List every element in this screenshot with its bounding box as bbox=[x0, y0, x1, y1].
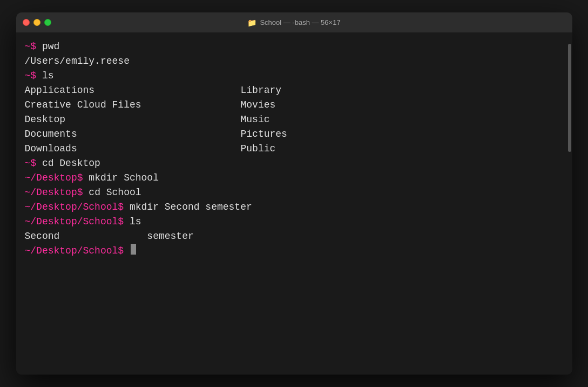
prompt-dollar: $ bbox=[118, 200, 130, 215]
line-cd-desktop: ~$ cd Desktop bbox=[25, 156, 564, 171]
line-ls-cmd: ~$ ls bbox=[25, 69, 564, 83]
ls-item-movies: Movies bbox=[241, 98, 564, 112]
prompt: ~/Desktop/School bbox=[25, 200, 118, 215]
line-cd-school: ~/Desktop$ cd School bbox=[25, 185, 564, 200]
output-text: /Users/emily.reese bbox=[25, 54, 130, 69]
line-pwd-output: /Users/emily.reese bbox=[25, 54, 564, 69]
ls-output-grid: Applications Library Creative Cloud File… bbox=[25, 83, 564, 156]
prompt: ~$ bbox=[25, 156, 42, 171]
ls-item-applications: Applications bbox=[25, 83, 241, 98]
command: cd Desktop bbox=[42, 156, 100, 171]
folder-icon: 📁 bbox=[247, 18, 256, 27]
terminal-window: 📁 School — -bash — 56×17 ~$ pwd /Users/e… bbox=[16, 12, 572, 375]
command: mkdir School bbox=[89, 171, 159, 185]
command: cd School bbox=[89, 185, 141, 200]
prompt: ~/Desktop/School bbox=[25, 215, 118, 229]
command: ls bbox=[42, 69, 54, 83]
prompt-dollar: $ bbox=[118, 244, 130, 258]
prompt: ~/Desktop bbox=[25, 185, 77, 200]
line-mkdir-school: ~/Desktop$ mkdir School bbox=[25, 171, 564, 185]
prompt-dollar: $ bbox=[118, 215, 130, 229]
minimize-button[interactable] bbox=[33, 19, 40, 26]
titlebar: 📁 School — -bash — 56×17 bbox=[16, 12, 572, 33]
terminal-content: ~$ pwd /Users/emily.reese ~$ ls Applicat… bbox=[25, 39, 564, 258]
ls-item-downloads: Downloads bbox=[25, 142, 241, 156]
traffic-lights bbox=[23, 19, 51, 26]
ls2-left: Second bbox=[25, 229, 60, 244]
ls2-spacer bbox=[59, 229, 147, 244]
ls-item-pictures: Pictures bbox=[241, 127, 564, 142]
line-ls2-output: Second semester bbox=[25, 229, 564, 244]
maximize-button[interactable] bbox=[44, 19, 51, 26]
line-pwd-cmd: ~$ pwd bbox=[25, 39, 564, 54]
command: pwd bbox=[42, 39, 59, 54]
ls-item-public: Public bbox=[241, 142, 564, 156]
prompt: ~$ bbox=[25, 39, 42, 54]
ls-item-documents: Documents bbox=[25, 127, 241, 142]
ls-item-library: Library bbox=[241, 83, 564, 98]
window-title: 📁 School — -bash — 56×17 bbox=[247, 18, 340, 27]
line-mkdir-second: ~/Desktop/School$ mkdir Second semester bbox=[25, 200, 564, 215]
ls2-right: semester bbox=[147, 229, 193, 244]
prompt-dollar: $ bbox=[77, 185, 89, 200]
line-ls-school: ~/Desktop/School$ ls bbox=[25, 215, 564, 229]
close-button[interactable] bbox=[23, 19, 30, 26]
prompt-dollar: $ bbox=[77, 171, 89, 185]
ls-item-desktop: Desktop bbox=[25, 112, 241, 127]
prompt: ~/Desktop bbox=[25, 171, 77, 185]
terminal-body[interactable]: ~$ pwd /Users/emily.reese ~$ ls Applicat… bbox=[16, 33, 572, 375]
cursor bbox=[131, 244, 136, 255]
prompt: ~$ bbox=[25, 69, 42, 83]
command: mkdir Second semester bbox=[130, 200, 252, 215]
line-final-prompt: ~/Desktop/School$ bbox=[25, 244, 564, 258]
ls-item-music: Music bbox=[241, 112, 564, 127]
ls-item-creative: Creative Cloud Files bbox=[25, 98, 241, 112]
scrollbar[interactable] bbox=[567, 33, 571, 375]
scrollbar-thumb[interactable] bbox=[568, 44, 571, 152]
prompt: ~/Desktop/School bbox=[25, 244, 118, 258]
command: ls bbox=[130, 215, 141, 229]
